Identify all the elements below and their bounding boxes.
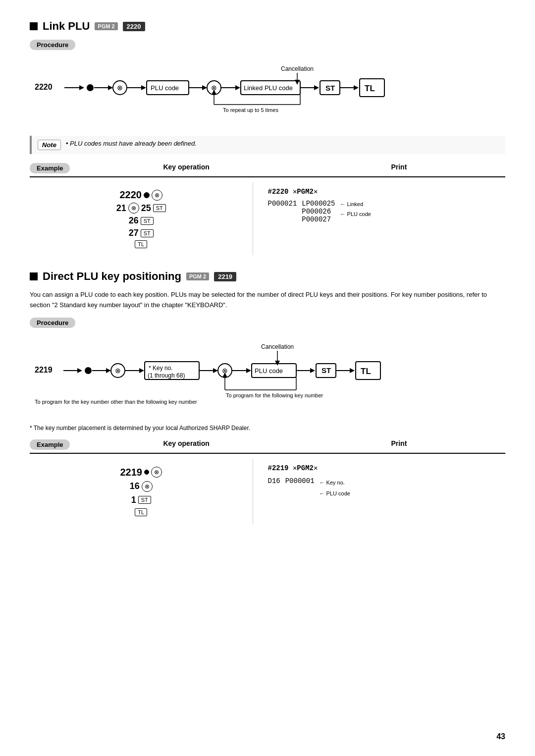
print-annot-2: ← Key no. ← PLU code [320, 477, 350, 499]
print-col-2: #2219 ✕PGM2✕ D16 P000001 ← Key no. ← PLU… [253, 459, 506, 524]
print-right-col: LP000025 P000026 P000027 [302, 200, 335, 223]
svg-point-33 [85, 367, 92, 374]
st-key-1: ST [153, 204, 166, 212]
dot-key-2 [144, 470, 149, 475]
print-col-1: #2220 ✕PGM2✕ P000021 LP000025 P000026 P0… [253, 182, 506, 255]
section2-desc: You can assign a PLU code to each key po… [30, 290, 505, 311]
note-text-1: • PLU codes must have already been defin… [66, 140, 197, 147]
cancellation-label-1: Cancellation [281, 65, 314, 72]
svg-marker-18 [295, 80, 300, 85]
to-program-label: To program for the following key number [226, 392, 323, 398]
section1-badge-num: 2220 [123, 22, 145, 31]
key-row-5: TL [30, 240, 253, 248]
svg-marker-15 [235, 85, 240, 90]
example-label-1: Example [30, 163, 70, 173]
key-row-2219: 2219 ⊗ [30, 467, 253, 478]
st-key-3: ST [141, 229, 154, 237]
flow-diagram-1: 2220 ⊗ PLU code ⊗ [30, 60, 505, 116]
black-square-icon-2 [30, 272, 38, 280]
black-square-icon [30, 22, 38, 30]
key-num-16: 16 [130, 481, 140, 491]
key-row-1-st: 1 ST [30, 495, 253, 505]
svg-marker-4 [108, 85, 113, 90]
svg-text:TL: TL [365, 84, 375, 93]
key-row-2: 21 ⊗ 25 ST [30, 203, 253, 214]
annot-plu-code-2: ← PLU code [320, 488, 350, 499]
note-box-1: Note • PLU codes must have already been … [30, 136, 505, 154]
print-p21: P000021 [268, 200, 297, 208]
dot-key-1 [144, 192, 150, 198]
svg-marker-35 [106, 368, 111, 373]
svg-text:TL: TL [361, 367, 371, 376]
key-num-2220: 2220 [120, 189, 142, 201]
section2-title: Direct PLU key positioning [43, 270, 181, 283]
example-body-1: 2220 ⊗ 21 ⊗ 25 ST 26 ST 27 [30, 182, 505, 255]
key-num-25: 25 [141, 203, 151, 214]
linked-plu-label: Linked PLU code [244, 84, 293, 92]
note-label-1: Note [38, 140, 61, 150]
flow-svg-2: 2219 ⊗ * Key no. (1 through 68) ⊗ [30, 338, 476, 402]
section2-badge-pgm: PGM 2 [186, 272, 209, 280]
key-row-1: 2220 ⊗ [30, 189, 253, 201]
repeat-label: To repeat up to 5 times [223, 107, 278, 113]
key-num-1: 1 [131, 495, 136, 505]
print-header-2: Print [293, 439, 505, 450]
cancellation-label-2: Cancellation [261, 343, 294, 350]
key-num-27: 27 [129, 228, 139, 238]
svg-text:⊗: ⊗ [115, 367, 121, 375]
x-key-2-2: ⊗ [142, 481, 153, 492]
svg-marker-39 [139, 368, 144, 373]
svg-marker-42 [213, 368, 218, 373]
svg-text:ST: ST [321, 366, 331, 375]
key-row-16: 16 ⊗ [30, 481, 253, 492]
print-annot-1: ← Linked ← PLU code [340, 200, 371, 219]
print-p27: P000027 [302, 216, 335, 223]
page-number: 43 [496, 732, 505, 741]
key-op-col-2: 2219 ⊗ 16 ⊗ 1 ST TL [30, 459, 253, 524]
example-section-1: Example Key operation Print 2220 ⊗ 21 ⊗ … [30, 163, 505, 255]
key-no-label: * Key no. [149, 365, 173, 372]
flow-num-2219: 2219 [35, 366, 53, 374]
print-left-col: P000021 [268, 200, 297, 208]
print-line-1: #2220 ✕PGM2✕ [268, 187, 491, 196]
print-line-group-1: P000021 LP000025 P000026 P000027 ← Linke… [268, 200, 491, 223]
plu-code-label-2: PLU code [255, 367, 283, 375]
tl-key-1: TL [135, 240, 147, 248]
flow-svg-1: 2220 ⊗ PLU code ⊗ [30, 60, 476, 114]
footnote-2: * The key number placement is determined… [30, 425, 505, 432]
section2: Direct PLU key positioning PGM 2 2219 Yo… [30, 270, 505, 524]
key-num-2219-op: 2219 [120, 467, 143, 478]
plu-code-label-1: PLU code [151, 84, 179, 92]
flow-num-2220: 2220 [35, 83, 53, 91]
st-key-2-1: ST [138, 496, 151, 504]
print-lp25: LP000025 [302, 200, 335, 208]
svg-marker-24 [354, 85, 359, 90]
x-key-2: ⊗ [128, 203, 139, 214]
svg-marker-20 [314, 85, 319, 90]
annot-key-no: ← Key no. [320, 477, 350, 488]
example-section-2: Example Key operation Print 2219 ⊗ 16 ⊗ [30, 439, 505, 524]
section2-badge-num: 2219 [214, 272, 236, 281]
svg-marker-55 [350, 368, 355, 373]
svg-marker-46 [246, 368, 251, 373]
annot-linked: ← Linked [340, 200, 371, 210]
svg-marker-8 [141, 85, 146, 90]
print-p000001: P000001 [285, 477, 315, 485]
section1-badge-pgm: PGM 2 [95, 22, 117, 30]
print-d16: D16 [268, 477, 280, 485]
svg-point-2 [87, 84, 94, 91]
example-body-2: 2219 ⊗ 16 ⊗ 1 ST TL [30, 459, 505, 524]
key-op-header-1: Key operation [80, 163, 292, 173]
svg-text:ST: ST [325, 84, 335, 92]
example-label-2: Example [30, 439, 70, 450]
key-row-3: 26 ST [30, 216, 253, 226]
svg-marker-11 [202, 85, 207, 90]
print-line-group-2: D16 P000001 ← Key no. ← PLU code [268, 477, 491, 499]
x-key-2-1: ⊗ [151, 467, 162, 478]
key-op-header-2: Key operation [80, 439, 292, 450]
key-num-21: 21 [116, 203, 126, 214]
key-no-range: (1 through 68) [148, 372, 185, 379]
key-row-4: 27 ST [30, 228, 253, 238]
svg-marker-51 [310, 368, 315, 373]
svg-marker-32 [77, 368, 82, 373]
